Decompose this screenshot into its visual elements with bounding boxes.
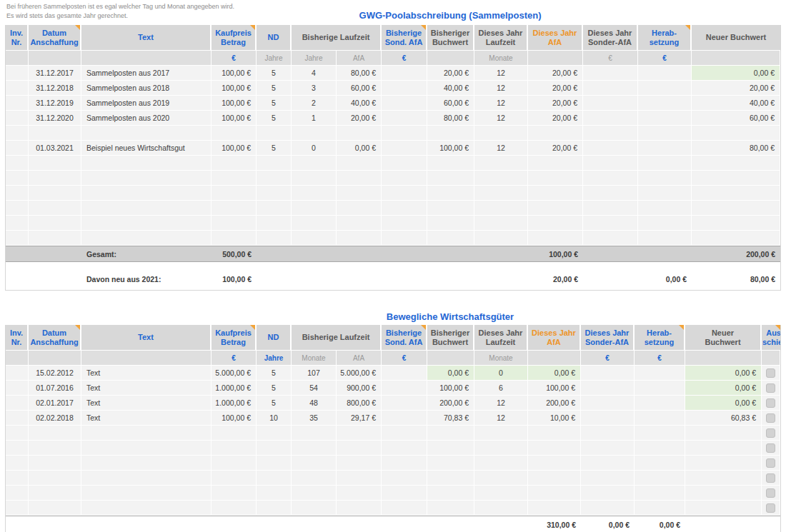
cell (337, 126, 382, 141)
ausgeschieden-checkbox[interactable] (766, 368, 775, 378)
cell (337, 171, 382, 186)
cell (212, 126, 257, 141)
ausgeschieden-checkbox[interactable] (766, 383, 775, 393)
cell (6, 126, 29, 141)
cell (337, 268, 382, 290)
cell (427, 471, 474, 486)
ausgeschieden-checkbox[interactable] (766, 473, 775, 483)
cell (337, 156, 382, 171)
cell (581, 501, 635, 516)
ausgeschieden-checkbox[interactable] (766, 458, 775, 468)
column-header-label: Bisheriger Buchwert (431, 29, 469, 47)
cell (427, 201, 474, 216)
cell (638, 186, 692, 201)
column-header-label: Datum Anschaffung (30, 328, 78, 347)
cell: Davon neu aus 2021: (81, 268, 212, 290)
cell (635, 411, 685, 426)
cell (382, 81, 427, 96)
cell (6, 411, 29, 426)
column-header-label: Neuer Buchwert (706, 33, 766, 42)
cell (292, 516, 337, 532)
table-row: 01.03.2021Beispiel neues Wirtschaftsgut1… (6, 141, 780, 156)
table-row (6, 186, 780, 201)
cell (474, 216, 528, 231)
cell (292, 231, 337, 246)
unit-label: € (638, 51, 692, 66)
cell (474, 471, 528, 486)
cell (685, 456, 762, 471)
unit-label: Jahre (257, 51, 292, 66)
cell (292, 156, 337, 171)
column-header-label: Dieses Jahr Laufzeit (479, 29, 523, 47)
cell: 100,00 € (212, 111, 257, 126)
cell (638, 201, 692, 216)
ausgeschieden-checkbox[interactable] (766, 398, 775, 408)
cell (292, 501, 337, 516)
column-header: Bisherige Sond. AfA (382, 25, 427, 51)
column-header: Neuer Buchwert (692, 25, 780, 51)
cell (635, 366, 685, 381)
cell (29, 471, 81, 486)
cell (427, 216, 474, 231)
cell: 31.12.2019 (29, 96, 81, 111)
cell (6, 246, 29, 262)
cell (212, 231, 257, 246)
column-header-label: Text (138, 333, 154, 342)
cell (382, 126, 427, 141)
cell (292, 126, 337, 141)
cell (6, 268, 29, 290)
ausgeschieden-checkbox[interactable] (766, 428, 775, 438)
ausgeschieden-checkbox[interactable] (766, 503, 775, 513)
cell (29, 426, 81, 441)
unit-label (528, 351, 581, 366)
ausgeschieden-checkbox[interactable] (766, 413, 775, 423)
ausgeschieden-checkbox[interactable] (766, 443, 775, 453)
cell (382, 66, 427, 81)
cell (212, 156, 257, 171)
cell (583, 186, 638, 201)
cell (382, 366, 427, 381)
cell (6, 216, 29, 231)
column-header-label: Dieses Jahr AfA (533, 29, 577, 47)
cell: 0 (474, 366, 528, 381)
column-header: Dieses Jahr AfA (528, 25, 583, 51)
cell (382, 471, 427, 486)
column-header: Datum Anschaffung (29, 325, 81, 351)
cell: 100,00 € (212, 268, 257, 290)
cell: 6 (474, 381, 528, 396)
column-header-label: ND (268, 33, 279, 42)
ausgeschieden-checkbox[interactable] (766, 488, 775, 498)
cell (29, 486, 81, 501)
cell (6, 186, 29, 201)
cell (762, 381, 780, 396)
cell (638, 81, 692, 96)
cell (257, 216, 292, 231)
cell: Text (81, 396, 212, 411)
cell (692, 231, 780, 246)
cell: 310,00 € (528, 516, 581, 532)
cell (427, 171, 474, 186)
cell (581, 426, 635, 441)
cell: 100,00 € (212, 96, 257, 111)
column-header-label: Text (138, 33, 154, 42)
table-row (6, 501, 780, 516)
cell (212, 441, 257, 456)
cell (581, 441, 635, 456)
cell: 1.000,00 € (212, 381, 257, 396)
cell (583, 81, 638, 96)
cell: 20,00 € (528, 96, 583, 111)
cell: 4 (292, 66, 337, 81)
cell (583, 66, 638, 81)
cell: 20,00 € (528, 111, 583, 126)
cell (762, 411, 780, 426)
cell (6, 81, 29, 96)
cell (685, 441, 762, 456)
cell (635, 381, 685, 396)
column-header: Kaufpreis Betrag (212, 25, 257, 51)
cell: 60,00 € (337, 81, 382, 96)
cell: 5 (257, 81, 292, 96)
assets-table-container: Inv. Nr.Datum AnschaffungTextKaufpreis B… (5, 325, 781, 532)
cell: Sammelposten aus 2018 (81, 81, 212, 96)
column-header: Herab- setzung (635, 325, 685, 351)
cell: 31.12.2018 (29, 81, 81, 96)
